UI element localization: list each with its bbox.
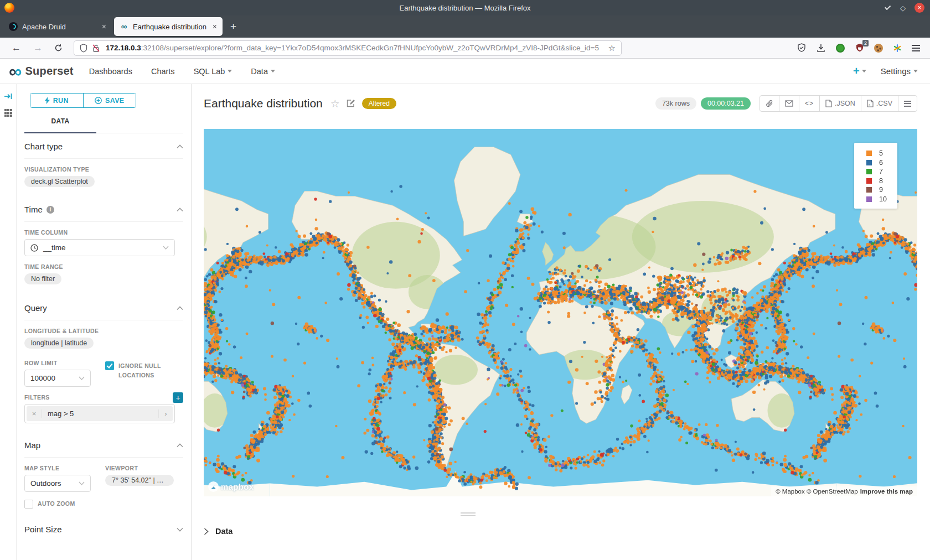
viz-type-value[interactable]: deck.gl Scatterplot — [24, 176, 95, 187]
panel-resize-handle[interactable] — [461, 512, 476, 517]
superset-navbar: ∞ Superset Dashboards Charts SQL Lab Dat… — [0, 59, 930, 84]
legend-value: 6 — [879, 159, 883, 167]
time-column-label: TIME COLUMN — [24, 229, 183, 236]
altered-badge[interactable]: Altered — [362, 98, 396, 109]
new-tab-button[interactable]: + — [224, 20, 243, 33]
url-bar[interactable]: 172.18.0.3 :32108/superset/explore/?form… — [74, 40, 622, 56]
insecure-lock-icon[interactable] — [92, 44, 100, 53]
svg-text:x: x — [869, 103, 870, 106]
tab-close-icon[interactable]: × — [213, 22, 217, 31]
copy-link-button[interactable] — [760, 96, 779, 111]
tab-close-icon[interactable]: × — [102, 22, 106, 31]
row-limit-select[interactable]: 100000 — [24, 370, 91, 387]
email-button[interactable] — [779, 96, 799, 111]
forward-button[interactable]: → — [27, 43, 49, 54]
edit-properties-icon[interactable] — [347, 99, 355, 108]
nav-dashboards[interactable]: Dashboards — [89, 67, 132, 76]
extension-cookie-icon[interactable] — [874, 44, 883, 53]
ignore-null-checkbox[interactable] — [105, 361, 114, 370]
superset-favicon-icon: ∞ — [120, 22, 128, 31]
tab-label: Apache Druid — [22, 23, 99, 31]
maximize-icon[interactable]: ◇ — [900, 4, 906, 12]
extension-ublock-icon[interactable]: 2 — [855, 43, 865, 53]
time-column-select[interactable]: __time — [24, 239, 175, 256]
reload-icon[interactable] — [54, 44, 63, 52]
section-chart-type[interactable]: Chart type — [24, 133, 183, 158]
tab-apache-druid[interactable]: Apache Druid × — [3, 17, 112, 36]
tab-earthquake-distribution[interactable]: ∞ Earthquake distribution × — [114, 17, 223, 36]
expand-panel-icon[interactable] — [4, 92, 13, 101]
datasource-grid-icon[interactable] — [4, 108, 13, 117]
nav-sql-lab[interactable]: SQL Lab — [194, 67, 232, 76]
chevron-right-icon — [204, 528, 209, 535]
shield-permissions-icon[interactable] — [80, 44, 87, 53]
data-panel-toggle[interactable]: Data — [204, 527, 232, 536]
chart-menu-button[interactable] — [898, 96, 917, 111]
remove-filter-icon[interactable]: × — [27, 409, 42, 418]
window-titlebar: Earthquake distribution — Mozilla Firefo… — [0, 0, 930, 15]
chevron-up-icon — [177, 144, 183, 149]
export-csv-button[interactable]: x .CSV — [861, 96, 898, 111]
back-button[interactable]: ← — [6, 43, 27, 54]
minimize-icon[interactable] — [885, 4, 891, 10]
section-time[interactable]: Time i — [24, 196, 183, 221]
legend-value: 10 — [879, 195, 887, 203]
chevron-right-icon[interactable]: › — [158, 409, 173, 418]
ignore-null-label: IGNORE NULL LOCATIONS — [118, 361, 161, 380]
add-filter-button[interactable]: + — [173, 392, 183, 403]
viewport-value[interactable]: 7° 35' 54.02" | 31... — [105, 475, 174, 486]
map-legend: 5 6 7 8 9 10 — [854, 143, 897, 209]
extension-pinwheel-icon[interactable] — [892, 43, 902, 53]
pocket-shield-icon[interactable] — [797, 43, 807, 53]
extension-badge: 2 — [862, 40, 869, 46]
mapbox-logo-icon — [208, 481, 219, 492]
deckgl-scatter-map[interactable]: 5 6 7 8 9 10 mapbox © Mapbox © OpenStree… — [204, 129, 917, 496]
extension-ghostery-icon[interactable] — [835, 43, 845, 53]
chevron-down-icon — [862, 70, 866, 72]
auto-zoom-label: AUTO ZOOM — [38, 499, 75, 509]
tab-data[interactable]: DATA — [24, 117, 96, 125]
filter-item[interactable]: × mag > 5 › — [27, 406, 173, 421]
nav-charts[interactable]: Charts — [151, 67, 175, 76]
mapbox-logo[interactable]: mapbox — [208, 481, 254, 492]
lonlat-label: LONGITUDE & LATITUDE — [24, 328, 183, 334]
improve-map-link[interactable]: Improve this map — [860, 488, 913, 495]
menu-icon — [904, 101, 911, 107]
browser-menu-icon[interactable] — [912, 45, 920, 51]
time-range-value[interactable]: No filter — [24, 273, 61, 284]
attribution-text: © Mapbox © OpenStreetMap — [776, 488, 858, 495]
viewport-label: VIEWPORT — [105, 465, 174, 471]
run-button[interactable]: RUN — [30, 94, 83, 107]
lonlat-value[interactable]: longitude | latitude — [24, 338, 94, 349]
settings-menu[interactable]: Settings — [881, 66, 918, 76]
download-icon[interactable] — [816, 43, 826, 53]
map-canvas[interactable] — [204, 129, 917, 496]
map-style-select[interactable]: Outdoors — [24, 475, 91, 492]
plus-circle-icon — [95, 97, 102, 104]
legend-swatch — [866, 196, 872, 202]
save-button[interactable]: SAVE — [83, 94, 136, 107]
chevron-down-icon — [271, 70, 275, 72]
section-map[interactable]: Map — [24, 432, 183, 457]
section-point-size[interactable]: Point Size — [24, 516, 183, 541]
chart-title: Earthquake distribution — [204, 97, 323, 110]
file-csv-icon: x — [867, 100, 874, 107]
info-icon: i — [46, 206, 54, 214]
nav-data[interactable]: Data — [251, 67, 275, 76]
bookmark-star-icon[interactable]: ☆ — [608, 43, 616, 53]
export-json-button[interactable]: .JSON — [819, 96, 861, 111]
chevron-up-icon — [177, 443, 183, 448]
window-title: Earthquake distribution — Mozilla Firefo… — [0, 4, 930, 12]
legend-swatch — [866, 160, 872, 165]
superset-logo[interactable]: ∞ Superset — [9, 63, 74, 80]
embed-code-button[interactable]: <> — [799, 96, 819, 111]
chevron-down-icon — [79, 481, 85, 485]
row-count-badge: 73k rows — [655, 97, 696, 110]
section-query[interactable]: Query — [24, 295, 183, 320]
firefox-icon — [4, 3, 14, 13]
favorite-star-icon[interactable]: ☆ — [330, 97, 340, 110]
explore-sidebar: RUN SAVE DATA Chart type VI — [17, 84, 192, 560]
new-item-button[interactable]: + — [853, 65, 866, 77]
auto-zoom-checkbox[interactable] — [24, 500, 33, 509]
close-window-icon[interactable]: × — [914, 3, 924, 13]
